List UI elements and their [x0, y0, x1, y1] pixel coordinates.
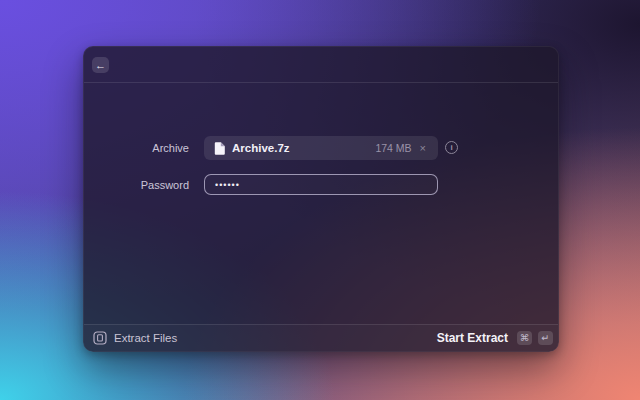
- password-label: Password: [84, 179, 189, 191]
- desktop-background: ← Archive Archive.7z 174 MB × i Password: [0, 0, 640, 400]
- start-extract-label: Start Extract: [437, 331, 508, 345]
- back-button[interactable]: ←: [92, 57, 109, 73]
- footer-bar: Extract Files Start Extract ⌘ ↵: [84, 324, 558, 351]
- command-name: Extract Files: [114, 332, 177, 344]
- return-key-icon: ↵: [538, 331, 553, 345]
- info-icon[interactable]: i: [445, 141, 458, 154]
- file-icon: [214, 142, 225, 155]
- titlebar: ←: [84, 47, 558, 83]
- extract-files-icon: [93, 331, 107, 345]
- archive-label: Archive: [84, 142, 189, 154]
- remove-file-icon[interactable]: ×: [420, 143, 426, 154]
- info-icon-glyph: i: [450, 143, 452, 152]
- archive-file-chip[interactable]: Archive.7z 174 MB ×: [204, 136, 438, 160]
- command-key-icon: ⌘: [517, 331, 532, 345]
- back-arrow-icon: ←: [95, 59, 106, 71]
- command-identity: Extract Files: [93, 331, 177, 345]
- archive-filename: Archive.7z: [232, 142, 290, 154]
- form-area: Archive Archive.7z 174 MB × i Password: [84, 84, 558, 324]
- start-extract-button[interactable]: Start Extract ⌘ ↵: [437, 331, 553, 345]
- archive-filesize: 174 MB: [375, 142, 411, 154]
- extract-dialog-window: ← Archive Archive.7z 174 MB × i Password: [83, 46, 559, 352]
- password-input[interactable]: [204, 174, 438, 195]
